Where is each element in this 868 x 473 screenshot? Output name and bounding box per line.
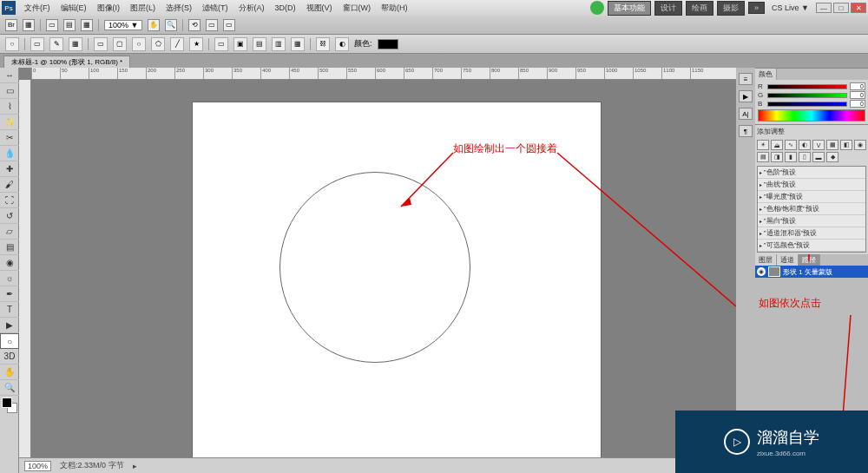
adj-hue-icon[interactable]: ▦ <box>826 140 838 150</box>
rotate-icon[interactable]: ⟲ <box>188 19 201 31</box>
drawn-circle-shape[interactable] <box>279 172 470 363</box>
adj-gradient-map-icon[interactable]: ▬ <box>812 152 825 162</box>
minimize-button[interactable]: — <box>816 3 832 13</box>
polygon-shape-icon[interactable]: ⬠ <box>151 37 165 51</box>
combine-exclude-icon[interactable]: ▦ <box>291 37 305 51</box>
preset-exposure[interactable]: "曝光度"预设 <box>758 191 865 203</box>
move-tool[interactable]: ↔ <box>0 68 19 83</box>
line-shape-icon[interactable]: ╱ <box>170 37 184 51</box>
status-arrow-icon[interactable]: ▸ <box>133 462 137 470</box>
pen-tool[interactable]: ✒ <box>0 286 19 302</box>
combine-subtract-icon[interactable]: ▤ <box>253 37 266 51</box>
menu-edit[interactable]: 编辑(E) <box>56 3 92 14</box>
grid-icon[interactable]: ▦ <box>81 19 93 31</box>
paths-tab[interactable]: 路径 <box>799 254 820 266</box>
actions-panel-icon[interactable]: ▶ <box>739 90 753 102</box>
ellipse-shape-icon[interactable]: ○ <box>132 37 146 51</box>
style-icon[interactable]: ◐ <box>335 37 349 51</box>
blur-tool[interactable]: ◉ <box>0 255 19 271</box>
path-row-shape1[interactable]: ◉ 形状 1 矢量蒙版 <box>755 266 868 278</box>
eyedropper-tool[interactable]: 💧 <box>0 146 19 161</box>
maximize-button[interactable]: □ <box>833 3 849 13</box>
path-select-tool[interactable]: ▶ <box>0 318 19 333</box>
zoom-level[interactable]: 100% ▼ <box>104 20 142 30</box>
adj-invert-icon[interactable]: ◨ <box>771 152 783 162</box>
custom-shape-icon[interactable]: ★ <box>189 37 203 51</box>
document-tab[interactable]: 未标题-1 @ 100% (形状 1, RGB/8) * <box>3 56 130 68</box>
menu-analysis[interactable]: 分析(A) <box>233 3 270 14</box>
preset-mixer[interactable]: "通道混和器"预设 <box>758 227 865 240</box>
crop-tool[interactable]: ✂ <box>0 130 19 146</box>
menu-layer[interactable]: 图层(L) <box>125 3 161 14</box>
adj-threshold-icon[interactable]: ▯ <box>799 152 811 162</box>
preset-curves[interactable]: "曲线"预设 <box>758 179 865 191</box>
launch-bridge-icon[interactable]: Br <box>5 19 17 31</box>
dodge-tool[interactable]: ☼ <box>0 271 19 286</box>
preset-levels[interactable]: "色阶"预设 <box>758 167 865 179</box>
adj-exposure-icon[interactable]: ◐ <box>799 140 811 150</box>
paragraph-panel-icon[interactable]: ¶ <box>739 125 753 137</box>
workspace-design[interactable]: 设计 <box>654 1 682 16</box>
close-button[interactable]: ✕ <box>851 3 866 13</box>
marquee-tool[interactable]: ▭ <box>0 83 19 99</box>
status-zoom[interactable]: 100% <box>24 461 51 471</box>
b-slider[interactable] <box>767 102 847 107</box>
color-tab[interactable]: 颜色 <box>755 69 777 80</box>
preset-selective[interactable]: "可选颜色"预设 <box>758 240 865 252</box>
shape-layers-icon[interactable]: ▭ <box>30 37 44 51</box>
adj-bw-icon[interactable]: ◧ <box>840 140 852 150</box>
wand-tool[interactable]: ✨ <box>0 115 19 130</box>
hand-tool[interactable]: ✋ <box>0 365 19 380</box>
foreground-color[interactable] <box>2 397 12 408</box>
combine-intersect-icon[interactable]: ▥ <box>272 37 286 51</box>
adj-photo-filter-icon[interactable]: ◉ <box>854 140 866 150</box>
color-spectrum[interactable] <box>758 109 865 122</box>
adj-curves-icon[interactable]: ∿ <box>785 140 797 150</box>
menu-3d[interactable]: 3D(D) <box>270 3 301 12</box>
adj-selective-icon[interactable]: ◆ <box>826 152 838 162</box>
gradient-tool[interactable]: ▤ <box>0 240 19 255</box>
screen-mode-icon[interactable]: ▭ <box>223 19 235 31</box>
zoom-tool[interactable]: 🔍 <box>0 380 19 396</box>
paths-icon[interactable]: ✎ <box>49 37 63 51</box>
menu-window[interactable]: 窗口(W) <box>338 3 377 14</box>
preset-bw[interactable]: "黑白"预设 <box>758 215 865 227</box>
workspace-more[interactable]: » <box>748 2 765 14</box>
zoom-icon[interactable]: 🔍 <box>165 19 177 31</box>
visibility-toggle-icon[interactable]: ◉ <box>757 267 766 276</box>
r-value[interactable]: 0 <box>850 82 865 90</box>
menu-help[interactable]: 帮助(H) <box>376 3 413 14</box>
menu-file[interactable]: 文件(F) <box>19 3 56 14</box>
brush-tool[interactable]: 🖌 <box>0 177 19 193</box>
adj-levels-icon[interactable]: ⛰ <box>771 140 783 150</box>
history-brush-tool[interactable]: ↺ <box>0 208 19 224</box>
r-slider[interactable] <box>767 84 847 89</box>
adj-mixer-icon[interactable]: ▤ <box>757 152 769 162</box>
hand-icon[interactable]: ✋ <box>148 19 160 31</box>
combine-add-icon[interactable]: ▣ <box>233 37 247 51</box>
menu-filter[interactable]: 滤镜(T) <box>197 3 233 14</box>
heal-tool[interactable]: ✚ <box>0 161 19 177</box>
character-panel-icon[interactable]: A| <box>739 108 753 120</box>
history-panel-icon[interactable]: ≡ <box>739 73 753 85</box>
rect-shape-icon[interactable]: ▭ <box>94 37 108 51</box>
3d-tool[interactable]: 3D <box>0 349 19 365</box>
mini-bridge-icon[interactable]: ▦ <box>23 19 35 31</box>
combine-new-icon[interactable]: ▭ <box>214 37 228 51</box>
color-swatches[interactable] <box>2 397 17 413</box>
workspace-photo[interactable]: 摄影 <box>717 1 745 16</box>
canvas-viewport[interactable]: 0501001502002503003504004505005506006507… <box>19 68 736 473</box>
adj-posterize-icon[interactable]: ▮ <box>785 152 797 162</box>
notification-orb[interactable] <box>590 1 604 15</box>
g-value[interactable]: 0 <box>850 91 865 99</box>
fill-pixels-icon[interactable]: ▦ <box>69 37 82 51</box>
lasso-tool[interactable]: ⌇ <box>0 99 19 115</box>
b-value[interactable]: 0 <box>850 100 865 108</box>
preset-hue[interactable]: "色相/饱和度"预设 <box>758 203 865 215</box>
adj-vibrance-icon[interactable]: V <box>812 140 825 150</box>
tool-preset-icon[interactable]: ○ <box>5 37 19 51</box>
layers-tab[interactable]: 图层 <box>755 254 777 266</box>
fill-color-swatch[interactable] <box>378 39 398 49</box>
menu-image[interactable]: 图像(I) <box>92 3 126 14</box>
shape-tool[interactable]: ○ <box>0 333 19 349</box>
